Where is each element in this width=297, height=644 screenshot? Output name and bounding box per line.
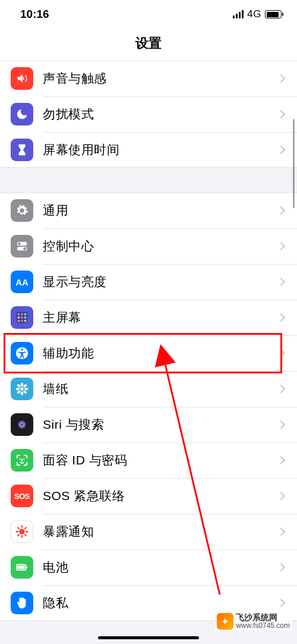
watermark-text: 飞沙系统网 www.fs0745.com [236,613,290,629]
faceid-icon [11,449,33,472]
settings-list[interactable]: 声音与触感勿扰模式屏幕使用时间通用控制中心AA显示与亮度主屏幕辅助功能墙纸Sir… [0,61,297,621]
toggles-icon [11,235,33,257]
row-label: 控制中心 [43,238,278,255]
chevron-right-icon [277,420,285,429]
settings-row-general[interactable]: 通用 [0,193,297,228]
chevron-right-icon [277,313,285,322]
watermark: ✦ 飞沙系统网 www.fs0745.com [214,612,292,631]
settings-row-accessibility[interactable]: 辅助功能 [0,335,297,371]
settings-row-battery[interactable]: 电池 [0,549,297,585]
row-label: 勿扰模式 [43,106,278,122]
settings-row-homescreen[interactable]: 主屏幕 [0,300,297,335]
settings-row-wallpaper[interactable]: 墙纸 [0,371,297,407]
row-label: 声音与触感 [43,70,278,87]
row-label: 主屏幕 [43,309,278,326]
settings-row-faceid[interactable]: 面容 ID 与密码 [0,442,297,478]
chevron-right-icon [277,563,285,571]
gear-icon [11,199,33,222]
flower-icon [11,378,33,400]
chevron-right-icon [277,385,285,393]
chevron-right-icon [277,349,285,357]
text-size-icon: AA [11,271,33,293]
scroll-indicator [293,119,295,208]
status-right: 4G [233,8,282,20]
sos-icon: SOS [11,485,33,507]
chevron-right-icon [277,110,285,118]
row-label: 隐私 [43,595,278,611]
chevron-right-icon [277,527,285,536]
status-time: 10:16 [20,8,49,21]
status-bar: 10:16 4G [0,0,297,29]
hand-icon [11,592,33,614]
siri-icon [11,413,33,436]
settings-row-display[interactable]: AA显示与亮度 [0,264,297,300]
settings-row-controlcenter[interactable]: 控制中心 [0,228,297,264]
settings-row-siri[interactable]: Siri 与搜索 [0,407,297,442]
home-indicator [98,636,199,639]
row-label: SOS 紧急联络 [43,488,278,504]
grid-icon [11,306,33,329]
chevron-right-icon [277,242,285,250]
chevron-right-icon [277,74,285,83]
row-label: Siri 与搜索 [43,416,278,433]
accessibility-icon [11,342,33,365]
battery-icon [265,10,282,18]
hourglass-icon [11,139,33,161]
settings-row-screentime[interactable]: 屏幕使用时间 [0,132,297,168]
row-label: 通用 [43,202,278,219]
chevron-right-icon [277,492,285,500]
settings-row-sos[interactable]: SOSSOS 紧急联络 [0,478,297,514]
signal-icon [233,10,244,18]
chevron-right-icon [277,278,285,286]
chevron-right-icon [277,599,285,607]
settings-row-exposure[interactable]: 暴露通知 [0,514,297,549]
chevron-right-icon [277,456,285,464]
network-label: 4G [247,8,261,20]
speaker-icon [11,67,33,90]
row-label: 暴露通知 [43,523,278,540]
moon-icon [11,103,33,125]
page-title: 设置 [0,29,297,61]
row-label: 电池 [43,559,278,576]
virus-icon [11,520,33,543]
row-label: 面容 ID 与密码 [43,452,278,469]
battery-icon [11,556,33,579]
settings-row-sounds[interactable]: 声音与触感 [0,61,297,96]
watermark-logo-icon: ✦ [217,613,233,630]
row-label: 辅助功能 [43,345,278,362]
row-label: 墙纸 [43,381,278,397]
row-label: 显示与亮度 [43,274,278,290]
row-label: 屏幕使用时间 [43,142,278,158]
chevron-right-icon [277,206,285,215]
settings-row-dnd[interactable]: 勿扰模式 [0,96,297,132]
chevron-right-icon [277,146,285,154]
